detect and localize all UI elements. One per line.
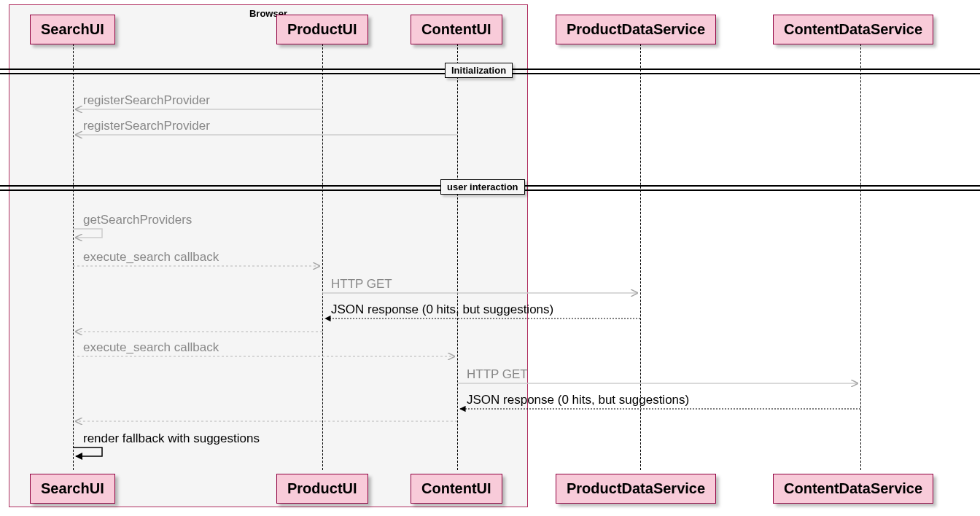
- participant-content-ui-bottom: ContentUI: [411, 474, 502, 504]
- msg-http-1: HTTP GET: [331, 277, 392, 292]
- msg-exec-1: execute_search callback: [83, 250, 219, 265]
- participant-search-ui-top: SearchUI: [30, 15, 115, 44]
- msg-http-2: HTTP GET: [467, 367, 528, 382]
- participant-product-ui-bottom: ProductUI: [276, 474, 368, 504]
- lifeline-content-ui: [457, 44, 458, 470]
- lifeline-search-ui: [73, 44, 74, 470]
- participant-content-ds-bottom: ContentDataService: [773, 474, 933, 504]
- msg-register-1: registerSearchProvider: [83, 93, 210, 108]
- participant-product-ds-bottom: ProductDataService: [556, 474, 716, 504]
- participant-search-ui-bottom: SearchUI: [30, 474, 115, 504]
- msg-register-2: registerSearchProvider: [83, 119, 210, 133]
- msg-json-2: JSON response (0 hits, but suggestions): [467, 393, 689, 407]
- divider-user: user interaction: [440, 179, 525, 195]
- lifeline-content-ds: [860, 44, 861, 470]
- participant-content-ui-top: ContentUI: [411, 15, 502, 44]
- msg-get-providers: getSearchProviders: [83, 213, 192, 227]
- participant-content-ds-top: ContentDataService: [773, 15, 933, 44]
- divider-init: Initialization: [445, 63, 513, 78]
- lifeline-product-ui: [322, 44, 323, 470]
- participant-product-ui-top: ProductUI: [276, 15, 368, 44]
- participant-product-ds-top: ProductDataService: [556, 15, 716, 44]
- msg-json-1: JSON response (0 hits, but suggestions): [331, 302, 553, 317]
- msg-render: render fallback with suggestions: [83, 431, 260, 446]
- msg-exec-2: execute_search callback: [83, 340, 219, 355]
